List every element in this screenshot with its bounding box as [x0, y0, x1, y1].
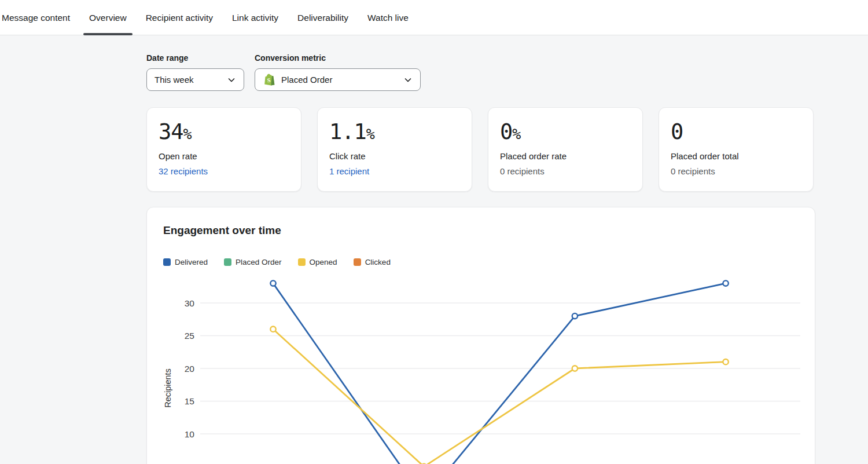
conversion-metric-filter: Conversion metric S Placed Order [255, 53, 421, 91]
legend-item-clicked[interactable]: Clicked [354, 258, 391, 266]
data-point-marker[interactable] [572, 313, 578, 319]
engagement-line-chart[interactable]: 30252015105Recipients [147, 207, 815, 464]
tab-link-activity[interactable]: Link activity [226, 0, 284, 35]
chart-title: Engagement over time [163, 224, 281, 237]
legend-label: Placed Order [236, 258, 282, 266]
click-rate-label: Click rate [329, 151, 460, 161]
delivered-swatch-icon [163, 258, 171, 266]
placed-order-rate-recipients: 0 recipients [500, 166, 545, 176]
y-axis-label: Recipients [163, 368, 172, 408]
click-recipients-link[interactable]: 1 recipient [329, 166, 369, 176]
series-line-delivered [273, 283, 726, 464]
chevron-down-icon [227, 75, 236, 85]
percent-suffix: % [512, 126, 521, 143]
percent-suffix: % [366, 126, 375, 143]
date-range-filter: Date range This week [146, 53, 244, 91]
placed-order-total-value: 0 [671, 119, 801, 147]
open-rate-label: Open rate [159, 151, 289, 161]
opened-swatch-icon [298, 258, 306, 266]
open-recipients-link[interactable]: 32 recipients [159, 166, 208, 176]
tab-recipient-activity[interactable]: Recipient activity [140, 0, 219, 35]
engagement-chart-card: 30252015105Recipients Engagement over ti… [146, 207, 815, 464]
date-range-select[interactable]: This week [146, 68, 244, 91]
stat-card-open-rate: 34% Open rate 32 recipients [146, 107, 301, 192]
series-line-opened [273, 329, 726, 464]
y-tick-label: 15 [185, 396, 194, 406]
open-rate-value: 34% [159, 119, 289, 147]
conversion-metric-select[interactable]: S Placed Order [255, 68, 421, 91]
report-tabbar: Message content Overview Recipient activ… [0, 0, 868, 35]
placed-order-total-recipients: 0 recipients [671, 166, 715, 176]
legend-label: Delivered [175, 258, 208, 266]
click-rate-value: 1.1% [329, 119, 460, 147]
data-point-marker[interactable] [723, 359, 728, 364]
conversion-metric-value: Placed Order [281, 75, 332, 85]
overview-main: Date range This week Conversion metric [0, 35, 868, 464]
stats-row: 34% Open rate 32 recipients 1.1% Click r… [146, 107, 814, 192]
chart-legend: Delivered Placed Order Opened Clicked [163, 258, 407, 266]
placed-order-rate-value: 0% [500, 119, 631, 147]
data-point-marker[interactable] [572, 366, 578, 371]
legend-label: Opened [310, 258, 337, 266]
legend-item-opened[interactable]: Opened [298, 258, 337, 266]
tab-deliverability[interactable]: Deliverability [292, 0, 354, 35]
y-tick-label: 10 [185, 429, 195, 439]
y-tick-label: 20 [185, 364, 195, 374]
legend-item-placed-order[interactable]: Placed Order [224, 258, 282, 266]
placed-order-total-label: Placed order total [671, 151, 801, 161]
data-point-marker[interactable] [270, 280, 275, 286]
campaign-analytics-page: Message content Overview Recipient activ… [0, 0, 868, 464]
tab-message-content[interactable]: Message content [0, 0, 76, 35]
chevron-down-icon [403, 75, 413, 85]
clicked-swatch-icon [354, 258, 361, 266]
legend-label: Clicked [365, 258, 391, 266]
stat-card-click-rate: 1.1% Click rate 1 recipient [317, 107, 472, 192]
date-range-value: This week [155, 75, 194, 85]
percent-suffix: % [183, 126, 192, 143]
shopify-icon: S [263, 73, 276, 86]
stat-card-placed-order-total: 0 Placed order total 0 recipients [659, 107, 814, 192]
stat-card-placed-order-rate: 0% Placed order rate 0 recipients [488, 107, 643, 192]
y-tick-label: 5 [189, 462, 194, 464]
date-range-label: Date range [146, 53, 244, 63]
y-tick-label: 25 [185, 331, 194, 341]
tab-overview[interactable]: Overview [83, 0, 133, 35]
tab-watch-live[interactable]: Watch live [362, 0, 414, 35]
data-point-marker[interactable] [723, 280, 728, 286]
conversion-metric-label: Conversion metric [255, 53, 421, 63]
y-tick-label: 30 [185, 298, 195, 308]
placed-order-rate-label: Placed order rate [500, 151, 631, 161]
data-point-marker[interactable] [270, 327, 275, 332]
legend-item-delivered[interactable]: Delivered [163, 258, 208, 266]
report-tabs: Message content Overview Recipient activ… [0, 0, 868, 35]
placed-order-swatch-icon [224, 258, 231, 266]
